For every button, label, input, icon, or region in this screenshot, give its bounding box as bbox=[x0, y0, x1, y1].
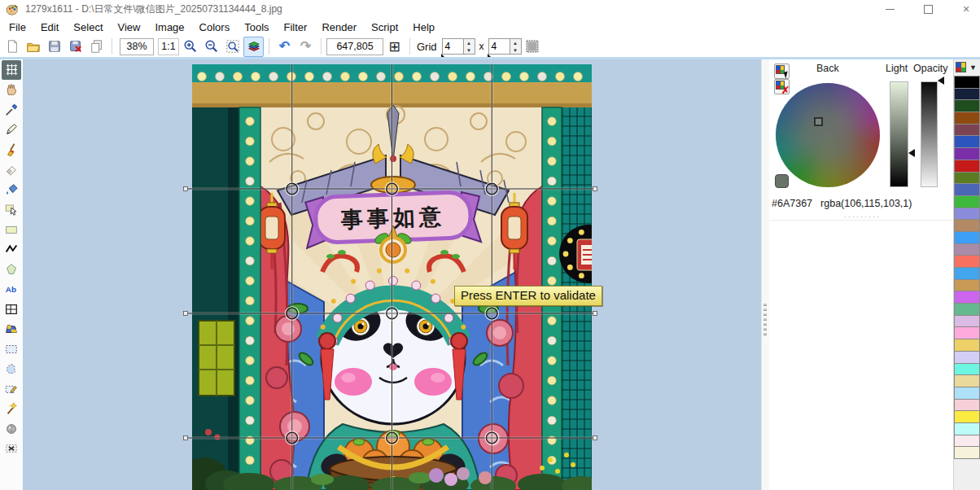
tool-selection-mask[interactable] bbox=[2, 419, 21, 439]
tool-magic-wand[interactable] bbox=[2, 399, 21, 418]
open-button[interactable] bbox=[23, 37, 43, 57]
palette-color[interactable] bbox=[954, 339, 980, 352]
grid-width-spinner[interactable]: 4 ▲▼ bbox=[442, 38, 475, 55]
tool-rect-select[interactable] bbox=[2, 339, 21, 359]
grid-height-down-icon[interactable]: ▼ bbox=[510, 46, 521, 54]
palette-color[interactable] bbox=[954, 255, 980, 268]
tool-pen[interactable] bbox=[2, 120, 21, 139]
tool-layer-grid[interactable] bbox=[2, 300, 21, 319]
grid-height-up-icon[interactable]: ▲ bbox=[510, 39, 521, 46]
menu-render[interactable]: Render bbox=[314, 20, 364, 35]
palette-color[interactable] bbox=[954, 195, 980, 208]
palette-color[interactable] bbox=[954, 243, 980, 256]
opacity-slider-marker[interactable] bbox=[938, 77, 944, 85]
tool-polygon[interactable] bbox=[2, 260, 21, 279]
zoom-in-button[interactable] bbox=[180, 37, 200, 57]
palette-color[interactable] bbox=[954, 135, 980, 148]
menu-help[interactable]: Help bbox=[405, 20, 442, 35]
menu-script[interactable]: Script bbox=[364, 20, 405, 35]
grid-height-value[interactable]: 4 bbox=[488, 38, 510, 55]
copy-button[interactable] bbox=[86, 37, 107, 57]
palette-color[interactable] bbox=[954, 303, 980, 316]
palette-color[interactable] bbox=[954, 219, 980, 232]
tool-brush[interactable] bbox=[2, 140, 21, 160]
palette-color[interactable] bbox=[954, 208, 980, 221]
palette-color[interactable] bbox=[954, 422, 980, 435]
new-file-button[interactable] bbox=[2, 37, 22, 57]
palette-color[interactable] bbox=[954, 387, 980, 400]
menu-tools[interactable]: Tools bbox=[237, 20, 276, 35]
tool-flood-fill[interactable] bbox=[2, 180, 21, 199]
grid-width-down-icon[interactable]: ▼ bbox=[464, 46, 475, 54]
light-slider[interactable] bbox=[890, 81, 908, 187]
save-as-button[interactable] bbox=[65, 37, 85, 57]
palette-color[interactable] bbox=[954, 231, 980, 244]
canvas-area[interactable]: 事事如意 bbox=[23, 59, 761, 490]
tool-deselect[interactable] bbox=[2, 439, 21, 458]
maximize-button[interactable] bbox=[922, 3, 934, 15]
menu-filter[interactable]: Filter bbox=[277, 20, 315, 35]
palette-color[interactable] bbox=[954, 351, 980, 364]
palette-color[interactable] bbox=[954, 88, 980, 101]
palette-color[interactable] bbox=[954, 315, 980, 328]
tool-color-picker[interactable] bbox=[2, 100, 21, 120]
remove-palette-color-button[interactable]: ✗ bbox=[774, 79, 790, 94]
menu-edit[interactable]: Edit bbox=[33, 20, 66, 35]
palette-color[interactable] bbox=[954, 399, 980, 412]
undo-button[interactable]: ↶ bbox=[274, 37, 295, 57]
tool-rectangle[interactable] bbox=[2, 220, 21, 239]
palette-dropdown-icon[interactable]: ▼ bbox=[969, 63, 977, 72]
palette-color[interactable] bbox=[954, 112, 980, 125]
palette-color[interactable] bbox=[954, 363, 980, 376]
palette-color[interactable] bbox=[954, 183, 980, 196]
tool-edit-shape[interactable] bbox=[2, 199, 21, 219]
tool-eraser[interactable] bbox=[2, 160, 21, 179]
grid-width-value[interactable]: 4 bbox=[442, 38, 464, 55]
palette-color[interactable] bbox=[954, 374, 980, 387]
palette-color[interactable] bbox=[954, 160, 980, 173]
opacity-slider[interactable] bbox=[921, 81, 938, 187]
grid-window-button[interactable]: ⊞ bbox=[384, 37, 405, 57]
pick-palette-color-button[interactable] bbox=[774, 63, 790, 79]
close-button[interactable]: × bbox=[960, 3, 972, 15]
layers-toggle-button[interactable] bbox=[243, 37, 264, 57]
palette-color[interactable] bbox=[954, 99, 980, 112]
minimize-button[interactable] bbox=[884, 3, 895, 15]
grid-width-up-icon[interactable]: ▲ bbox=[464, 39, 475, 46]
zoom-fit-button[interactable] bbox=[222, 37, 243, 57]
palette-color[interactable] bbox=[954, 291, 980, 304]
zoom-out-button[interactable] bbox=[201, 37, 221, 57]
menu-colors[interactable]: Colors bbox=[192, 20, 238, 35]
tool-text[interactable]: Ab bbox=[2, 279, 21, 299]
light-slider-marker[interactable] bbox=[908, 149, 915, 157]
redo-button[interactable]: ↷ bbox=[295, 37, 316, 57]
tool-perspective[interactable] bbox=[2, 319, 21, 339]
menu-file[interactable]: File bbox=[2, 20, 33, 35]
palette-color[interactable] bbox=[954, 172, 980, 185]
menu-image[interactable]: Image bbox=[147, 20, 191, 35]
palette-color[interactable] bbox=[954, 446, 980, 459]
zoom-level-display[interactable]: 38% bbox=[120, 38, 154, 55]
palette-color[interactable] bbox=[954, 124, 980, 137]
menu-view[interactable]: View bbox=[111, 20, 148, 35]
palette-color[interactable] bbox=[954, 410, 980, 423]
tool-hand[interactable] bbox=[2, 80, 21, 99]
grid-height-spinner[interactable]: 4 ▲▼ bbox=[488, 38, 522, 55]
tool-deformation-grid[interactable] bbox=[2, 60, 21, 80]
tool-selection-pen[interactable] bbox=[2, 379, 21, 399]
menu-select[interactable]: Select bbox=[66, 20, 110, 35]
tool-polyline[interactable] bbox=[2, 239, 21, 259]
tool-free-select[interactable] bbox=[2, 359, 21, 378]
palette-color[interactable] bbox=[954, 76, 980, 89]
palette-color[interactable] bbox=[954, 435, 980, 448]
pattern-button[interactable] bbox=[523, 37, 543, 57]
save-button[interactable] bbox=[44, 37, 64, 57]
palette-color[interactable] bbox=[954, 147, 980, 160]
palette-icon[interactable] bbox=[956, 63, 965, 72]
current-color-swatch[interactable] bbox=[775, 174, 789, 188]
palette-color[interactable] bbox=[954, 267, 980, 280]
color-wheel[interactable] bbox=[776, 83, 880, 187]
palette-color[interactable] bbox=[954, 279, 980, 292]
actual-size-button[interactable]: 1:1 bbox=[158, 38, 179, 55]
palette-color[interactable] bbox=[954, 326, 980, 339]
